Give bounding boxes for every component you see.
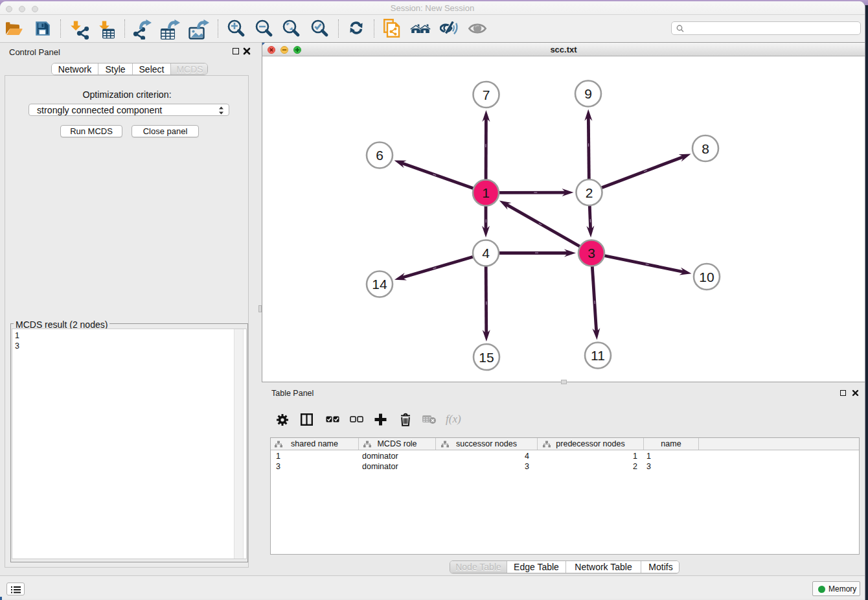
svg-text:4: 4 xyxy=(482,246,490,260)
svg-text:9: 9 xyxy=(584,86,592,101)
svg-text:6: 6 xyxy=(376,148,383,163)
svg-text:14: 14 xyxy=(372,277,387,292)
svg-text:3: 3 xyxy=(588,246,595,260)
svg-text:2: 2 xyxy=(586,185,593,200)
svg-text:7: 7 xyxy=(483,87,490,102)
svg-text:15: 15 xyxy=(479,350,494,365)
svg-text:8: 8 xyxy=(702,141,709,156)
svg-text:11: 11 xyxy=(591,348,605,363)
svg-text:10: 10 xyxy=(699,270,714,284)
svg-text:1: 1 xyxy=(482,185,490,200)
